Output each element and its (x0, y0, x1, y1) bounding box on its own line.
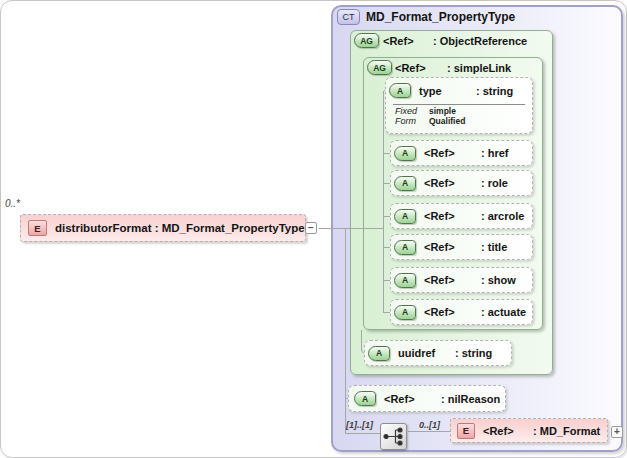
attribute-row-href[interactable]: A <Ref> : href (390, 140, 533, 166)
element-label: distributorFormat : MD_Format_PropertyTy… (55, 222, 305, 234)
attribute-row-title[interactable]: A <Ref> : title (390, 234, 533, 260)
attribute-icon: A (354, 391, 376, 406)
attribute-name-label: <Ref> (424, 177, 481, 189)
attribute-icon: A (394, 209, 416, 224)
element-type-label: : MD_Format (533, 425, 600, 437)
attribute-icon: A (394, 176, 416, 191)
attribute-icon: A (368, 346, 390, 361)
facet-label: Form (395, 116, 429, 126)
sequence-icon[interactable] (380, 423, 407, 450)
attribute-type-label: : actuate (481, 306, 526, 318)
attribute-row-actuate[interactable]: A <Ref> : actuate (390, 299, 533, 325)
mdformat-element-box[interactable]: E <Ref> : MD_Format (450, 418, 608, 443)
attribute-row-show[interactable]: A <Ref> : show (390, 267, 533, 293)
expand-icon[interactable]: + (611, 426, 623, 438)
attribute-icon: A (394, 240, 416, 255)
attribute-name-label: uuidref (398, 347, 455, 359)
attribute-group-icon: AG (367, 60, 392, 75)
group-type-label: : simpleLink (447, 62, 511, 74)
attribute-row-arcrole[interactable]: A <Ref> : arcrole (390, 203, 533, 229)
element-box[interactable]: E distributorFormat : MD_Format_Property… (20, 214, 306, 242)
element-multiplicity-label: 0..* (5, 198, 20, 209)
attribute-type-label: : nilReason (441, 393, 500, 405)
collapse-icon[interactable]: − (305, 222, 317, 234)
attribute-icon: A (394, 305, 416, 320)
element-ref-label: <Ref> (483, 425, 533, 437)
sequence-multiplicity-left: [1]..[1] (346, 420, 373, 430)
attribute-icon: A (389, 83, 411, 98)
facet-label: Fixed (395, 106, 429, 116)
facet-value: simple (429, 106, 456, 116)
attribute-group-icon: AG (354, 33, 379, 48)
type-attribute-box[interactable]: A type : string Fixed simple Form Qualif… (385, 77, 533, 134)
attribute-icon: A (394, 273, 416, 288)
facet-value: Qualified (429, 116, 465, 126)
objectreference-header: AG <Ref> : ObjectReference (354, 33, 527, 48)
group-ref-label: <Ref> (395, 62, 447, 74)
attribute-type-label: : role (481, 177, 508, 189)
attribute-name-label: <Ref> (424, 306, 481, 318)
simplelink-header: AG <Ref> : simpleLink (367, 60, 511, 75)
complex-type-icon: CT (337, 9, 360, 25)
attribute-icon: A (394, 146, 416, 161)
attribute-type-label: : title (481, 241, 507, 253)
group-type-label: : ObjectReference (433, 35, 527, 47)
attribute-name-label: <Ref> (424, 274, 481, 286)
attribute-type-label: : string (476, 85, 513, 97)
attribute-type-label: : show (481, 274, 516, 286)
diagram-canvas: 0..* E distributorFormat : MD_Format_Pro… (0, 0, 627, 458)
attribute-name-label: <Ref> (424, 241, 481, 253)
attribute-name-label: type (419, 85, 476, 97)
attribute-row-role[interactable]: A <Ref> : role (390, 170, 533, 196)
attribute-name-label: <Ref> (424, 210, 481, 222)
attribute-type-label: : string (455, 347, 492, 359)
sequence-multiplicity-right: 0..[1] (419, 420, 440, 430)
attribute-name-label: <Ref> (424, 147, 481, 159)
facet-separator (393, 104, 525, 105)
element-icon: E (28, 220, 47, 236)
complex-type-title: MD_Format_PropertyType (366, 10, 515, 24)
attribute-type-label: : href (481, 147, 509, 159)
facet-row: Fixed simple (395, 106, 532, 116)
sequence-glyph (381, 424, 406, 449)
attribute-name-label: <Ref> (384, 393, 441, 405)
element-icon: E (457, 423, 475, 439)
uuidref-attribute-box[interactable]: A uuidref : string (364, 340, 512, 366)
nilreason-attribute-box[interactable]: A <Ref> : nilReason (348, 385, 506, 412)
facet-row: Form Qualified (395, 116, 532, 126)
attribute-type-label: : arcrole (481, 210, 524, 222)
group-ref-label: <Ref> (383, 35, 433, 47)
complex-type-header: CT MD_Format_PropertyType (337, 9, 515, 25)
